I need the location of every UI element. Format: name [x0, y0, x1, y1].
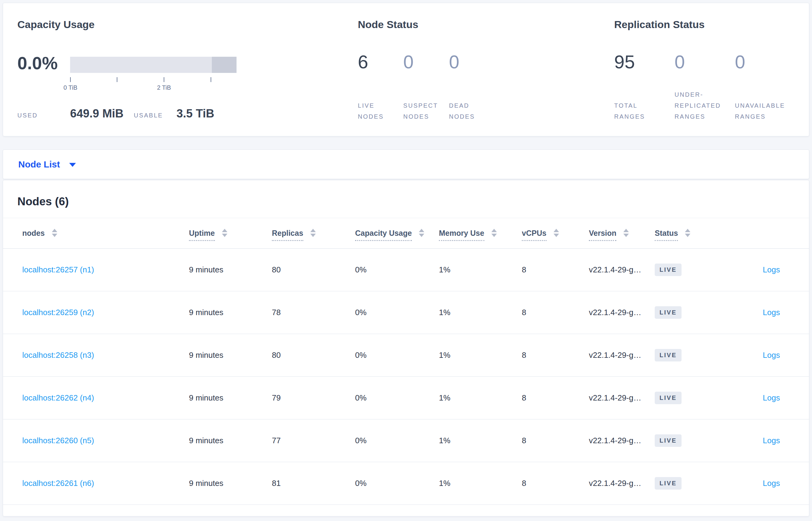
table-header-row: nodes Uptime Replicas Capacity Usage Mem…	[3, 218, 809, 249]
capacity-cell: 0%	[355, 393, 439, 403]
usable-value: 3.5 TiB	[176, 107, 214, 120]
vcpus-cell: 8	[522, 393, 589, 403]
replicas-cell: 79	[272, 393, 355, 403]
node-link[interactable]: localhost:26258 (n3)	[22, 350, 94, 360]
dead-nodes-stat: 0 DEAD NODES	[449, 3, 495, 136]
unavailable-ranges-value: 0	[735, 52, 745, 72]
replicas-cell: 78	[272, 308, 355, 317]
under-replicated-value: 0	[674, 52, 685, 72]
capacity-bar	[70, 57, 237, 73]
version-cell: v22.1.4-29-g…	[589, 265, 655, 274]
vcpus-cell: 8	[522, 436, 589, 445]
uptime-cell: 9 minutes	[189, 393, 272, 403]
table-row: localhost:26259 (n2) 9 minutes 78 0% 1% …	[3, 291, 809, 334]
status-badge: LIVE	[655, 477, 682, 490]
unavailable-ranges-stat: 0 UNAVAILABLE RANGES	[735, 3, 799, 136]
cluster-summary-panel: Capacity Usage 0.0% 0 TiB 2 TiB USED 649…	[3, 3, 809, 136]
column-header-status[interactable]: Status	[655, 229, 732, 238]
capacity-cell: 0%	[355, 436, 439, 445]
under-replicated-stat: 0 UNDER-REPLICATED RANGES	[674, 3, 730, 136]
live-nodes-label: LIVE NODES	[358, 100, 399, 122]
version-cell: v22.1.4-29-g…	[589, 308, 655, 317]
uptime-cell: 9 minutes	[189, 265, 272, 274]
axis-tick	[70, 77, 71, 82]
used-value: 649.9 MiB	[70, 107, 123, 120]
vcpus-cell: 8	[522, 265, 589, 274]
vcpus-cell: 8	[522, 479, 589, 488]
version-cell: v22.1.4-29-g…	[589, 479, 655, 488]
uptime-cell: 9 minutes	[189, 308, 272, 317]
unavailable-ranges-label: UNAVAILABLE RANGES	[735, 100, 799, 122]
sort-icon	[222, 229, 228, 237]
capacity-percent: 0.0%	[17, 53, 57, 73]
under-replicated-label: UNDER-REPLICATED RANGES	[674, 89, 730, 122]
total-ranges-value: 95	[614, 52, 635, 72]
total-ranges-label: TOTAL RANGES	[614, 100, 666, 122]
node-link[interactable]: localhost:26261 (n6)	[22, 479, 94, 488]
capacity-cell: 0%	[355, 479, 439, 488]
sort-icon	[52, 229, 57, 237]
uptime-cell: 9 minutes	[189, 479, 272, 488]
vcpus-cell: 8	[522, 350, 589, 360]
logs-link[interactable]: Logs	[763, 308, 780, 317]
axis-tick	[117, 77, 117, 82]
capacity-cell: 0%	[355, 265, 439, 274]
usable-label: USABLE	[134, 112, 163, 119]
logs-link[interactable]: Logs	[763, 265, 780, 274]
sort-icon	[553, 229, 559, 237]
logs-link[interactable]: Logs	[763, 350, 780, 360]
column-header-uptime[interactable]: Uptime	[189, 229, 272, 238]
axis-tick-label: 0 TiB	[49, 84, 92, 91]
logs-link[interactable]: Logs	[763, 479, 780, 488]
status-badge: LIVE	[655, 264, 682, 276]
dead-nodes-value: 0	[449, 52, 459, 72]
node-link[interactable]: localhost:26259 (n2)	[22, 308, 94, 317]
logs-link[interactable]: Logs	[763, 393, 780, 402]
version-cell: v22.1.4-29-g…	[589, 393, 655, 403]
sort-icon	[623, 229, 629, 237]
suspect-nodes-label: SUSPECT NODES	[403, 100, 447, 122]
memory-cell: 1%	[439, 393, 522, 403]
table-row: localhost:26258 (n3) 9 minutes 80 0% 1% …	[3, 334, 809, 377]
node-link[interactable]: localhost:26260 (n5)	[22, 436, 94, 445]
dead-nodes-label: DEAD NODES	[449, 100, 495, 122]
axis-tick-label: 2 TiB	[143, 84, 185, 91]
table-row: localhost:26261 (n6) 9 minutes 81 0% 1% …	[3, 462, 809, 505]
column-header-vcpus[interactable]: vCPUs	[522, 229, 589, 238]
memory-cell: 1%	[439, 436, 522, 445]
sort-icon	[419, 229, 424, 237]
table-row: localhost:26257 (n1) 9 minutes 80 0% 1% …	[3, 249, 809, 291]
sort-icon	[491, 229, 497, 237]
column-header-memory-use[interactable]: Memory Use	[439, 229, 522, 238]
memory-cell: 1%	[439, 350, 522, 360]
replicas-cell: 77	[272, 436, 355, 445]
total-ranges-stat: 95 TOTAL RANGES	[614, 3, 666, 136]
sort-icon	[685, 229, 690, 237]
uptime-cell: 9 minutes	[189, 350, 272, 360]
logs-link[interactable]: Logs	[763, 436, 780, 445]
memory-cell: 1%	[439, 265, 522, 274]
column-header-version[interactable]: Version	[589, 229, 655, 238]
live-nodes-stat: 6 LIVE NODES	[358, 3, 399, 136]
view-selector-bar: Node List	[3, 150, 809, 179]
cluster-overview-page: Capacity Usage 0.0% 0 TiB 2 TiB USED 649…	[0, 0, 812, 521]
live-nodes-value: 6	[358, 52, 368, 72]
replicas-cell: 80	[272, 350, 355, 360]
node-list-dropdown[interactable]: Node List	[18, 159, 76, 169]
suspect-nodes-value: 0	[403, 52, 414, 72]
column-header-nodes[interactable]: nodes	[22, 229, 189, 238]
node-link[interactable]: localhost:26262 (n4)	[22, 393, 94, 402]
used-label: USED	[17, 112, 38, 119]
table-row: localhost:26260 (n5) 9 minutes 77 0% 1% …	[3, 420, 809, 462]
caret-down-icon	[69, 163, 76, 167]
column-header-capacity-usage[interactable]: Capacity Usage	[355, 229, 439, 238]
axis-tick	[164, 77, 164, 82]
node-link[interactable]: localhost:26257 (n1)	[22, 265, 94, 274]
version-cell: v22.1.4-29-g…	[589, 350, 655, 360]
column-header-replicas[interactable]: Replicas	[272, 229, 355, 238]
vcpus-cell: 8	[522, 308, 589, 317]
version-cell: v22.1.4-29-g…	[589, 436, 655, 445]
uptime-cell: 9 minutes	[189, 436, 272, 445]
status-badge: LIVE	[655, 349, 682, 361]
status-badge: LIVE	[655, 392, 682, 404]
